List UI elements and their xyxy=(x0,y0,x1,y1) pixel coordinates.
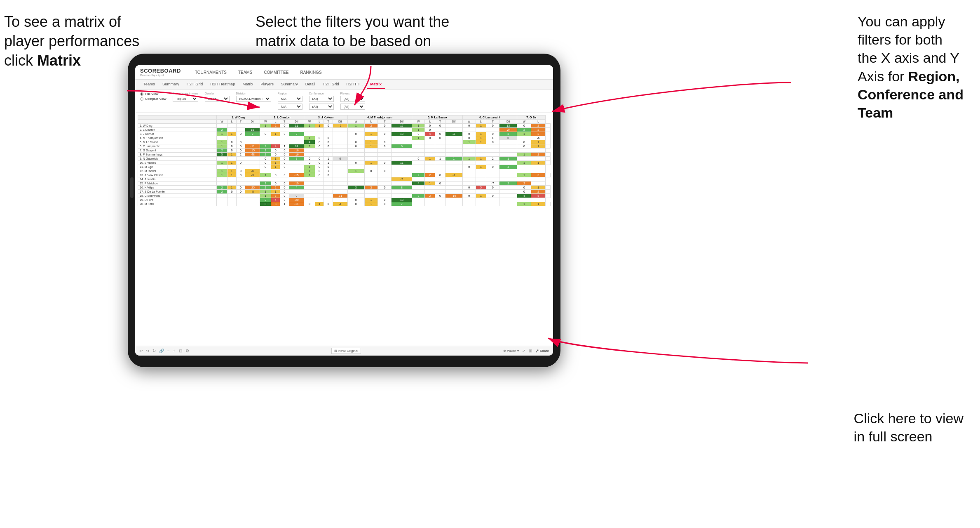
matrix-cell: 0 xyxy=(236,144,245,148)
matrix-cell: 0 xyxy=(517,124,531,128)
matrix-cell xyxy=(245,194,260,198)
gender-select[interactable]: Men's xyxy=(205,96,230,102)
matrix-cell: 0 xyxy=(324,124,333,128)
view-compact[interactable]: Compact View xyxy=(140,97,166,101)
matrix-cell: 1 xyxy=(216,169,227,173)
toolbar-left: ↩ ↪ ↻ 🔗 − + ⊡ ⚙ xyxy=(139,349,189,353)
matrix-cell: 2 xyxy=(260,186,271,190)
tab-h2h-heatmap[interactable]: H2H Heatmap xyxy=(207,80,238,89)
matrix-cell: 1 xyxy=(412,124,425,128)
matrix-cell xyxy=(216,165,227,169)
tab-players[interactable]: Players xyxy=(257,80,277,89)
zoom-in-btn[interactable]: + xyxy=(173,349,176,353)
matrix-cell xyxy=(499,140,517,144)
matrix-cell: 0 xyxy=(324,136,333,140)
refresh-btn[interactable]: ↻ xyxy=(152,349,156,353)
annotation-center-line1: Select the filters you want the xyxy=(256,13,449,30)
matrix-cell: 1 xyxy=(304,144,315,148)
matrix-cell: 0 xyxy=(462,186,476,190)
players-select1[interactable]: (All) xyxy=(340,96,365,102)
watch-btn[interactable]: ⊕ Watch ▾ xyxy=(503,349,519,353)
matrix-cell xyxy=(378,136,392,140)
matrix-cell: 1 xyxy=(216,132,227,136)
matrix-cell xyxy=(236,202,245,206)
table-row: 18. C Sherwood1300-11220-1001045 xyxy=(138,194,551,198)
matrix-cell xyxy=(216,198,227,202)
col-header-3: 3. J Koivun xyxy=(304,116,347,120)
matrix-cell xyxy=(392,128,412,132)
matrix-cell xyxy=(545,186,550,190)
conference-select2[interactable]: (All) xyxy=(309,104,334,110)
matrix-cell: -2 xyxy=(333,124,347,128)
matrix-cell xyxy=(216,157,227,161)
nav-rankings[interactable]: RANKINGS xyxy=(298,69,323,75)
matrix-cell xyxy=(304,198,315,202)
tab-h2h-grid[interactable]: H2H Grid xyxy=(183,80,206,89)
tab-summary2[interactable]: Summary xyxy=(278,80,301,89)
undo-btn[interactable]: ↩ xyxy=(139,349,143,353)
matrix-cell xyxy=(289,190,304,194)
tablet-device: SCOREBOARD Powered by clippd TOURNAMENTS… xyxy=(128,54,560,367)
region-select1[interactable]: N/A xyxy=(278,96,302,102)
tab-h2h-grid2[interactable]: H2H Grid xyxy=(319,80,342,89)
conference-select1[interactable]: (All) xyxy=(309,96,334,102)
tablet-screen: SCOREBOARD Powered by clippd TOURNAMENTS… xyxy=(135,65,553,356)
matrix-cell: -7 xyxy=(392,177,412,182)
matrix-cell xyxy=(227,182,236,186)
matrix-cell: 2 xyxy=(236,153,245,157)
link-btn[interactable]: 🔗 xyxy=(159,349,164,353)
col-header-6: 6. C Lamprecht xyxy=(462,116,517,120)
filter-gender: Gender Men's xyxy=(205,92,230,102)
tab-h2hth[interactable]: H2HTH... xyxy=(343,80,366,89)
matrix-cell xyxy=(324,132,333,136)
nav-teams[interactable]: TEAMS xyxy=(237,69,254,75)
sh-d3: Dif xyxy=(333,120,347,124)
matrix-cell: 0 xyxy=(347,132,364,136)
tab-detail[interactable]: Detail xyxy=(302,80,319,89)
matrix-cell xyxy=(364,153,378,157)
matrix-cell xyxy=(435,140,445,144)
matrix-cell xyxy=(271,169,280,173)
matrix-cell: 0 xyxy=(486,165,499,169)
matrix-area[interactable]: 1. W Ding 2. L Clanton 3. J Koivun 4. M … xyxy=(135,113,553,346)
max-players-select[interactable]: Top 25 xyxy=(173,96,198,102)
zoom-out-btn[interactable]: − xyxy=(167,349,170,353)
matrix-cell xyxy=(435,144,445,148)
matrix-cell: 0 xyxy=(280,190,289,194)
matrix-cell: 11 xyxy=(445,132,462,136)
matrix-cell: 1 xyxy=(304,165,315,169)
nav-tournaments[interactable]: TOURNAMENTS xyxy=(193,69,228,75)
fullscreen-btn[interactable]: ⤢ xyxy=(522,349,525,353)
redo-btn[interactable]: ↪ xyxy=(146,349,149,353)
nav-committee[interactable]: COMMITTEE xyxy=(262,69,290,75)
matrix-cell: 0 xyxy=(280,148,289,153)
annotation-bottom-right: Click here to view in full screen xyxy=(854,409,964,446)
player-name-cell: 14. J Lundin xyxy=(138,177,217,182)
division-select[interactable]: NCAA Division I xyxy=(236,96,271,102)
share-btn[interactable]: ⤤ Share xyxy=(535,349,549,353)
sh-l5: L xyxy=(425,120,435,124)
matrix-cell xyxy=(435,153,445,157)
matrix-cell xyxy=(378,177,392,182)
matrix-cell: 11 xyxy=(289,124,304,128)
view-full[interactable]: Full View xyxy=(140,92,166,96)
matrix-cell: 0 xyxy=(227,144,236,148)
matrix-cell xyxy=(517,169,531,173)
expand-btn[interactable]: ⊞ xyxy=(529,349,532,353)
matrix-cell xyxy=(347,136,364,140)
matrix-cell: 8 xyxy=(392,186,412,190)
view-original-btn[interactable]: ⊞ View: Original xyxy=(331,348,361,354)
player-name-cell: 1. W Ding xyxy=(138,124,217,128)
matrix-cell: 0 xyxy=(315,161,324,165)
matrix-cell xyxy=(517,148,531,153)
matrix-cell xyxy=(333,182,347,186)
region-select2[interactable]: N/A xyxy=(278,104,302,110)
matrix-cell xyxy=(517,177,531,182)
settings-btn[interactable]: ⚙ xyxy=(185,349,189,353)
tab-matrix-active[interactable]: Matrix xyxy=(367,80,385,89)
tab-summary[interactable]: Summary xyxy=(159,80,183,89)
fit-btn[interactable]: ⊡ xyxy=(179,349,182,353)
tab-teams[interactable]: Teams xyxy=(140,80,158,89)
tab-matrix[interactable]: Matrix xyxy=(239,80,256,89)
players-select2[interactable]: (All) xyxy=(340,104,365,110)
